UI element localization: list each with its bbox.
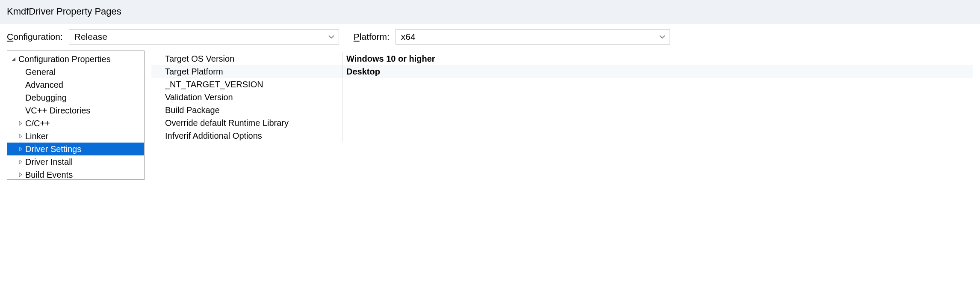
tree-item[interactable]: Debugging — [7, 91, 144, 104]
triangle-right-icon[interactable] — [18, 134, 24, 138]
property-row[interactable]: Infverif Additional Options — [151, 129, 973, 142]
triangle-right-icon[interactable] — [18, 121, 24, 125]
property-value[interactable] — [343, 129, 973, 142]
property-name: Infverif Additional Options — [151, 129, 343, 142]
property-name: Validation Version — [151, 91, 343, 104]
tree-item-label: Debugging — [25, 93, 67, 103]
triangle-right-icon[interactable] — [18, 147, 24, 151]
tree-item-label: Linker — [25, 131, 48, 141]
property-row[interactable]: Validation Version — [151, 91, 973, 104]
triangle-right-icon[interactable] — [18, 160, 24, 164]
configuration-value: Release — [74, 32, 107, 42]
tree-item-label: Configuration Properties — [18, 54, 111, 64]
tree-item-label: General — [25, 67, 56, 77]
window-title: KmdfDriver Property Pages — [0, 0, 980, 24]
tree-item[interactable]: Driver Install — [7, 155, 144, 168]
configuration-dropdown[interactable]: Release — [69, 29, 339, 45]
platform-value: x64 — [401, 32, 416, 42]
property-row[interactable]: Build Package — [151, 104, 973, 116]
platform-dropdown[interactable]: x64 — [396, 29, 670, 45]
chevron-down-icon — [328, 35, 334, 39]
configuration-platform-row: Configuration: Release Platform: x64 — [0, 24, 980, 51]
tree-item[interactable]: Build Events — [7, 168, 144, 180]
tree-item-label: C/C++ — [25, 119, 50, 128]
property-name: Override default Runtime Library — [151, 116, 343, 129]
property-row[interactable]: _NT_TARGET_VERSION — [151, 78, 973, 91]
property-name: Build Package — [151, 104, 343, 116]
property-value[interactable] — [343, 91, 973, 104]
configuration-label: Configuration: — [7, 32, 63, 42]
property-row[interactable]: Target OS VersionWindows 10 or higher — [151, 52, 973, 65]
property-value[interactable] — [343, 104, 973, 116]
tree-item-label: VC++ Directories — [25, 106, 90, 116]
triangle-right-icon[interactable] — [18, 173, 24, 177]
triangle-down-icon[interactable] — [11, 57, 17, 61]
property-grid[interactable]: Target OS VersionWindows 10 or higherTar… — [151, 51, 973, 180]
property-value[interactable] — [343, 78, 973, 91]
tree-item[interactable]: Advanced — [7, 78, 144, 91]
tree-item[interactable]: Driver Settings — [7, 143, 144, 155]
tree-item[interactable]: C/C++ — [7, 117, 144, 130]
property-name: Target Platform — [151, 65, 343, 78]
property-value[interactable]: Windows 10 or higher — [343, 52, 973, 65]
tree-item[interactable]: General — [7, 66, 144, 78]
configuration-tree[interactable]: Configuration PropertiesGeneralAdvancedD… — [7, 51, 145, 180]
tree-item[interactable]: Linker — [7, 130, 144, 143]
tree-item[interactable]: VC++ Directories — [7, 104, 144, 117]
tree-item-label: Driver Settings — [25, 144, 81, 154]
property-name: Target OS Version — [151, 52, 343, 65]
property-row[interactable]: Override default Runtime Library — [151, 116, 973, 129]
property-row[interactable]: Target PlatformDesktop — [151, 65, 973, 78]
tree-item-label: Advanced — [25, 80, 63, 90]
platform-label: Platform: — [354, 32, 390, 42]
chevron-down-icon — [659, 35, 665, 39]
tree-item-label: Build Events — [25, 170, 73, 180]
tree-item-label: Driver Install — [25, 157, 73, 167]
property-value[interactable]: Desktop — [343, 65, 973, 78]
property-value[interactable] — [343, 116, 973, 129]
content-area: Configuration PropertiesGeneralAdvancedD… — [0, 51, 980, 180]
tree-item[interactable]: Configuration Properties — [7, 53, 144, 66]
property-name: _NT_TARGET_VERSION — [151, 78, 343, 91]
